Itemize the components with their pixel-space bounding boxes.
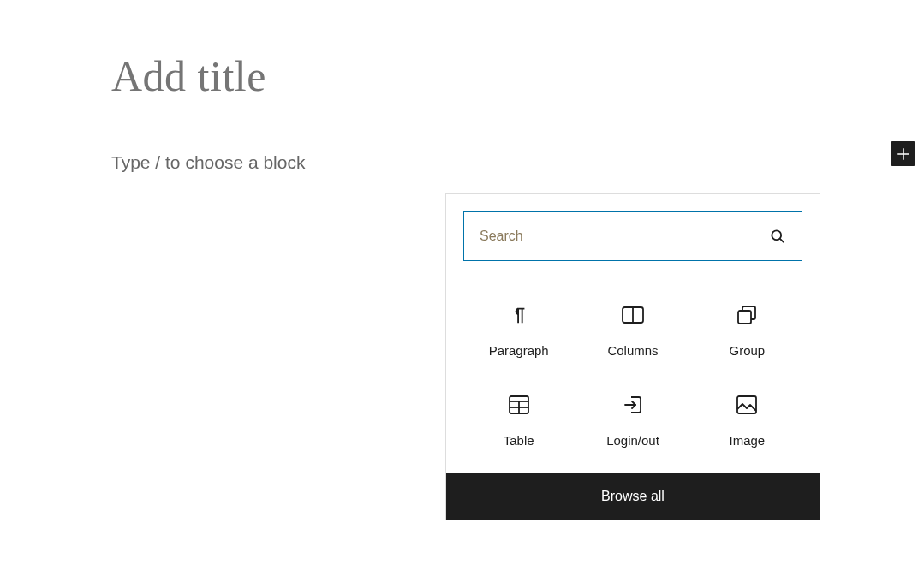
svg-rect-9 (737, 396, 756, 413)
image-icon (736, 394, 757, 416)
editor-container: Type / to choose a block (0, 0, 924, 173)
block-group[interactable]: Group (690, 304, 804, 358)
search-icon (769, 228, 786, 245)
block-label: Image (729, 433, 765, 448)
browse-all-button[interactable]: Browse all (446, 473, 820, 520)
block-inserter-panel: Paragraph Columns Group (445, 193, 820, 520)
block-prompt[interactable]: Type / to choose a block (111, 152, 305, 173)
search-wrapper (446, 194, 820, 278)
plus-icon (896, 146, 911, 162)
block-label: Columns (607, 343, 658, 358)
paragraph-icon (510, 304, 528, 326)
block-label: Group (729, 343, 765, 358)
svg-line-1 (780, 239, 784, 242)
svg-rect-4 (738, 311, 751, 324)
block-label: Table (504, 433, 534, 448)
search-box[interactable] (463, 211, 802, 261)
block-label: Login/out (606, 433, 659, 448)
group-icon (737, 304, 756, 326)
login-icon (623, 394, 643, 416)
block-columns[interactable]: Columns (575, 304, 689, 358)
add-block-button[interactable] (891, 141, 915, 166)
block-paragraph[interactable]: Paragraph (462, 304, 575, 358)
block-prompt-row: Type / to choose a block (111, 152, 813, 173)
block-label: Paragraph (489, 343, 549, 358)
table-icon (509, 394, 529, 416)
columns-icon (622, 304, 644, 326)
search-input[interactable] (480, 229, 769, 244)
block-table[interactable]: Table (462, 394, 575, 448)
block-image[interactable]: Image (690, 394, 804, 448)
title-input[interactable] (111, 51, 813, 101)
block-grid: Paragraph Columns Group (446, 278, 820, 473)
block-login-out[interactable]: Login/out (575, 394, 689, 448)
